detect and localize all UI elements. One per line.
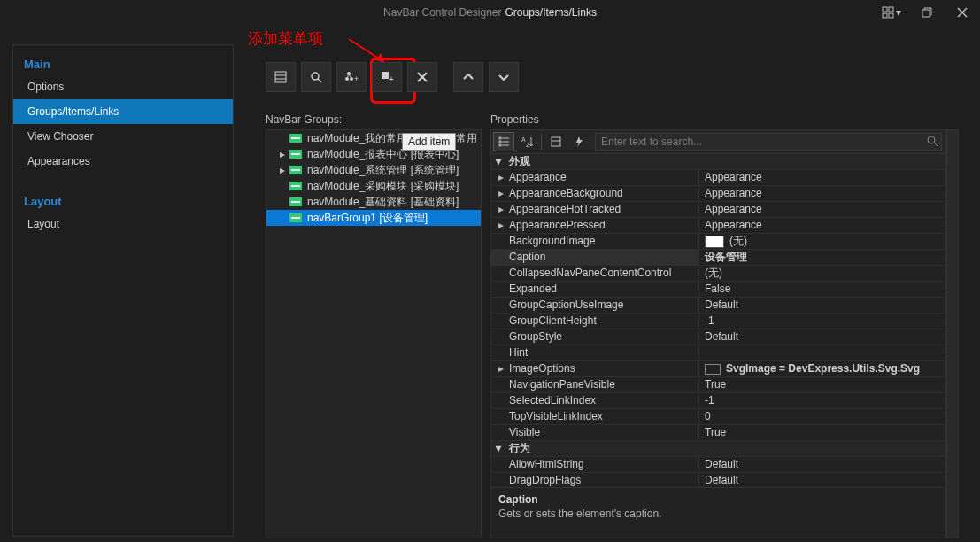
svg-marker-33 [576, 136, 583, 147]
property-row[interactable]: GroupStyle Default [491, 329, 945, 345]
tree-expander-icon[interactable]: ▸ [277, 165, 288, 175]
svg-rect-4 [922, 10, 930, 17]
monitor-icon [705, 364, 721, 375]
sidebar-item-options[interactable]: Options [13, 74, 233, 99]
add-item-button[interactable]: + [372, 62, 402, 92]
property-search-input[interactable] [595, 133, 942, 151]
svg-rect-1 [889, 7, 893, 12]
navbar-groups-tree[interactable]: ▸ navModule_我的常用功能 [我的常用 ▸ navModule_报表中… [266, 129, 482, 538]
property-row[interactable]: CollapsedNavPaneContentControl (无) [491, 266, 945, 282]
svg-rect-9 [275, 72, 286, 82]
groups-label: NavBar Groups: [266, 113, 342, 126]
property-row[interactable]: ▸AppearanceBackground Appearance [491, 186, 945, 202]
module-icon [289, 182, 302, 190]
search-button[interactable] [301, 62, 331, 92]
sidebar-item-viewchooser[interactable]: View Chooser [13, 124, 233, 149]
property-row[interactable]: ▸Appearance Appearance [491, 170, 945, 186]
svg-rect-3 [889, 13, 893, 18]
property-row[interactable]: ▸AppearanceHotTracked Appearance [491, 202, 945, 218]
chevron-right-icon[interactable]: ▸ [495, 186, 507, 201]
tree-row[interactable]: ▸ navModule_采购模块 [采购模块] [266, 178, 481, 194]
alphabetical-view-button[interactable]: AZ [516, 132, 537, 151]
sidebar-item-appearances[interactable]: Appearances [13, 149, 233, 174]
svg-line-35 [934, 143, 938, 146]
svg-text:+: + [389, 74, 394, 84]
chevron-down-icon[interactable]: ▾ [493, 157, 504, 167]
sidebar: Main Options Groups/Items/Links View Cho… [12, 44, 234, 537]
chevron-right-icon[interactable]: ▸ [495, 202, 507, 217]
chevron-down-icon[interactable]: ▾ [493, 444, 504, 454]
property-row[interactable]: GroupClientHeight -1 [491, 314, 945, 329]
move-down-button[interactable] [489, 62, 519, 92]
property-row[interactable]: Hint [491, 345, 945, 361]
property-description: Caption Gets or sets the element's capti… [491, 487, 945, 538]
tree-row[interactable]: ▸ navBarGroup1 [设备管理] [266, 210, 481, 226]
properties-button[interactable] [545, 132, 567, 151]
category-label: 行为 [509, 441, 530, 456]
property-search[interactable] [595, 133, 942, 151]
svg-rect-0 [883, 7, 887, 12]
chevron-right-icon[interactable]: ▸ [495, 170, 507, 185]
property-row[interactable]: TopVisibleLinkIndex 0 [491, 409, 945, 425]
svg-text:+: + [354, 74, 359, 83]
property-description-text: Gets or sets the element's caption. [498, 507, 938, 520]
svg-line-13 [318, 79, 321, 82]
svg-point-34 [928, 136, 935, 143]
layout-view-button[interactable] [266, 62, 296, 92]
restore-button[interactable] [909, 0, 945, 25]
property-row-caption[interactable]: Caption 设备管理 [491, 250, 945, 266]
property-row[interactable]: GroupCaptionUseImage Default [491, 298, 945, 314]
property-description-title: Caption [498, 493, 938, 506]
property-row[interactable]: ▸ImageOptions SvgImage = DevExpress.Util… [491, 361, 945, 377]
module-icon [289, 213, 302, 222]
property-row[interactable]: BackgroundImage (无) [491, 234, 945, 250]
property-row[interactable]: AllowHtmlString Default [491, 457, 945, 473]
vertical-scrollbar[interactable] [946, 129, 959, 538]
window-title: NavBar Control Designer Groups/Items/Lin… [383, 6, 597, 19]
property-category[interactable]: ▾ 外观 [491, 154, 945, 170]
tree-row[interactable]: ▸ navModule_系统管理 [系统管理] [266, 162, 481, 178]
module-icon [289, 150, 302, 159]
sidebar-item-layout[interactable]: Layout [13, 212, 233, 236]
chevron-right-icon[interactable]: ▸ [495, 361, 507, 376]
tree-row[interactable]: ▸ navModule_基础资料 [基础资料] [266, 194, 481, 210]
add-group-button[interactable]: + [336, 62, 367, 92]
close-button[interactable] [945, 0, 980, 25]
sidebar-header-main: Main [13, 52, 233, 74]
property-row[interactable]: Expanded False [491, 282, 945, 298]
events-button[interactable] [568, 132, 590, 151]
delete-button[interactable] [407, 62, 437, 92]
sidebar-item-groups[interactable]: Groups/Items/Links [13, 99, 233, 124]
svg-point-12 [312, 73, 319, 80]
property-row[interactable]: NavigationPaneVisible True [491, 377, 945, 393]
property-row[interactable]: DragDropFlags Default [491, 473, 945, 487]
title-page: Groups/Items/Links [505, 6, 597, 19]
search-icon [926, 135, 938, 150]
properties-label: Properties [490, 113, 539, 126]
tree-row-label: navModule_系统管理 [系统管理] [307, 162, 459, 178]
sidebar-header-layout: Layout [13, 190, 233, 212]
tree-row-label: navModule_基础资料 [基础资料] [307, 194, 459, 210]
image-swatch [705, 236, 724, 248]
module-icon [289, 166, 302, 174]
property-grid[interactable]: ▾ 外观 ▸Appearance Appearance ▸AppearanceB… [491, 154, 945, 487]
tree-row-label: navModule_采购模块 [采购模块] [307, 178, 459, 194]
svg-rect-20 [382, 72, 389, 79]
property-row[interactable]: ▸AppearancePressed Appearance [491, 218, 945, 234]
property-row[interactable]: Visible True [491, 425, 945, 441]
svg-rect-2 [883, 13, 887, 18]
category-label: 外观 [509, 154, 530, 169]
properties-toolbar: AZ [491, 130, 945, 154]
property-row[interactable]: SelectedLinkIndex -1 [491, 393, 945, 409]
move-up-button[interactable] [453, 62, 483, 92]
chevron-right-icon[interactable]: ▸ [495, 218, 507, 233]
grid-icon[interactable]: ▾ [874, 0, 909, 25]
property-category[interactable]: ▾ 行为 [491, 441, 945, 457]
title-app: NavBar Control Designer [383, 6, 501, 19]
module-icon [289, 134, 302, 143]
properties-panel: AZ ▾ 外观 [490, 129, 946, 538]
module-icon [289, 197, 302, 206]
categorized-view-button[interactable] [493, 132, 514, 151]
tooltip-add-item: Add item [402, 133, 456, 151]
tree-expander-icon[interactable]: ▸ [277, 149, 288, 159]
